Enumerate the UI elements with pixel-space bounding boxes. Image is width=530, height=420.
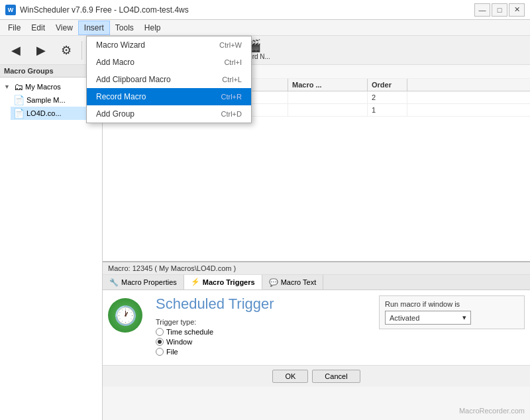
radio-file[interactable]: File <box>156 348 371 356</box>
trigger-title: Scheduled Trigger <box>156 295 371 313</box>
trigger-type-group: Trigger type: Time schedule Window <box>156 318 371 356</box>
trigger-body: Scheduled Trigger Trigger type: Time sch… <box>156 295 371 360</box>
bottom-tabs: 🔧 Macro Properties ⚡ Macro Triggers 💬 Ma… <box>103 275 530 290</box>
file-icon: 📄 <box>13 95 25 105</box>
run-icon: ⚙ <box>61 44 72 56</box>
text-tab-icon: 💬 <box>269 278 278 287</box>
watermark: MacroRecorder.com <box>459 407 525 415</box>
radio-file-dot <box>156 348 164 356</box>
add-clipboard-shortcut: Ctrl+L <box>222 76 242 83</box>
menu-macro-wizard[interactable]: Macro Wizard Ctrl+W <box>87 36 251 54</box>
main-layout: Macro Groups ▼ 🗂 My Macros 📄 Sample M...… <box>0 65 530 420</box>
tab-macro-properties[interactable]: 🔧 Macro Properties <box>103 275 184 289</box>
col-macro: Macro ... <box>288 79 368 91</box>
trigger-big-icon: 🕐 <box>108 298 142 333</box>
row1-order: 2 <box>368 91 407 103</box>
ok-button[interactable]: OK <box>272 370 308 383</box>
text-tab-label: Macro Text <box>281 278 317 286</box>
record-macro-shortcut: Ctrl+R <box>221 93 242 101</box>
back-button[interactable]: ◀ <box>4 38 28 62</box>
tab-macro-triggers[interactable]: ⚡ Macro Triggers <box>184 275 262 289</box>
menu-view[interactable]: View <box>50 21 78 34</box>
type-label: Trigger type: <box>156 318 371 326</box>
macro-wizard-label: Macro Wizard <box>96 40 145 50</box>
bottom-panel: Macro: 12345 ( My Macros\LO4D.com ) 🔧 Ma… <box>103 261 530 420</box>
properties-tab-label: Macro Properties <box>121 278 177 286</box>
menu-tools[interactable]: Tools <box>110 21 139 34</box>
col-order: Order <box>368 79 407 91</box>
add-group-shortcut: Ctrl+D <box>221 110 242 118</box>
title-bar: W WinScheduler v7.6.9 Free - LO4D.com-te… <box>0 0 530 20</box>
radio-window[interactable]: Window <box>156 338 371 346</box>
run-dropdown[interactable]: Activated ▾ <box>385 311 471 325</box>
app-icon: W <box>5 5 16 15</box>
trigger-icon-area: 🕐 <box>108 295 148 360</box>
tree-root-label: My Macros <box>25 83 61 91</box>
add-macro-shortcut: Ctrl+I <box>224 58 242 66</box>
folder-icon: 🗂 <box>14 81 23 92</box>
window-controls: — □ ✕ <box>474 3 525 17</box>
triggers-tab-icon: ⚡ <box>191 278 200 286</box>
file-selected-icon: 📄 <box>13 108 25 119</box>
row2-order: 1 <box>368 104 407 116</box>
radio-time[interactable]: Time schedule <box>156 328 371 336</box>
maximize-button[interactable]: □ <box>492 3 507 17</box>
radio-time-label: Time schedule <box>166 328 213 336</box>
radio-file-label: File <box>166 348 178 356</box>
tab-macro-text[interactable]: 💬 Macro Text <box>262 275 324 289</box>
menu-edit[interactable]: Edit <box>26 21 50 34</box>
run-label: Run macro if window is <box>385 300 519 308</box>
close-button[interactable]: ✕ <box>509 3 525 17</box>
radio-time-dot <box>156 328 164 336</box>
trigger-right: Run macro if window is Activated ▾ <box>379 295 525 360</box>
run-button[interactable]: ⚙ <box>54 38 78 62</box>
toolbar-separator <box>81 41 82 60</box>
tree-child-label-1: Sample M... <box>26 96 66 104</box>
back-icon: ◀ <box>11 44 21 56</box>
menu-add-group[interactable]: Add Group Ctrl+D <box>87 105 251 123</box>
insert-dropdown-menu: Macro Wizard Ctrl+W Add Macro Ctrl+I Add… <box>86 36 252 123</box>
menu-file[interactable]: File <box>3 21 26 34</box>
row1-macro <box>288 91 368 103</box>
tree-expand-icon: ▼ <box>4 83 12 90</box>
cancel-button[interactable]: Cancel <box>312 370 360 383</box>
menu-add-macro[interactable]: Add Macro Ctrl+I <box>87 54 251 71</box>
clock-icon: 🕐 <box>114 305 137 327</box>
run-value: Activated <box>390 314 419 322</box>
menu-insert[interactable]: Insert <box>78 21 110 35</box>
tree-child-label-2: LO4D.co... <box>26 109 62 117</box>
title-text: WinScheduler v7.6.9 Free - LO4D.com-test… <box>20 5 189 15</box>
toolbar: ◀ ▶ ⚙ ❓ Help 📋 Add Macro 📎 Add Clipboard… <box>0 36 530 65</box>
chevron-down-icon: ▾ <box>462 313 466 322</box>
add-group-label: Add Group <box>96 109 134 119</box>
add-macro-menu-label: Add Macro <box>96 58 134 67</box>
menu-record-macro[interactable]: Record Macro Ctrl+R <box>87 88 251 105</box>
bottom-content: 🕐 Scheduled Trigger Trigger type: Time s… <box>103 290 530 365</box>
radio-window-label: Window <box>166 338 192 346</box>
menu-add-clipboard[interactable]: Add Clipboard Macro Ctrl+L <box>87 71 251 88</box>
menu-help[interactable]: Help <box>139 21 166 34</box>
triggers-tab-label: Macro Triggers <box>203 278 255 286</box>
forward-button[interactable]: ▶ <box>29 38 53 62</box>
record-macro-label: Record Macro <box>96 92 146 101</box>
panel-title: Macro: 12345 ( My Macros\LO4D.com ) <box>103 262 530 275</box>
radio-window-dot <box>156 338 164 346</box>
macro-wizard-shortcut: Ctrl+W <box>219 41 242 49</box>
bottom-actions: OK Cancel <box>103 365 530 387</box>
menu-bar: File Edit View Insert Tools Help <box>0 20 530 36</box>
properties-tab-icon: 🔧 <box>109 278 119 287</box>
run-box: Run macro if window is Activated ▾ <box>379 295 525 329</box>
minimize-button[interactable]: — <box>474 3 490 17</box>
row2-macro <box>288 104 368 116</box>
forward-icon: ▶ <box>36 44 46 56</box>
radio-group: Time schedule Window File <box>156 328 371 356</box>
add-clipboard-label: Add Clipboard Macro <box>96 75 171 84</box>
